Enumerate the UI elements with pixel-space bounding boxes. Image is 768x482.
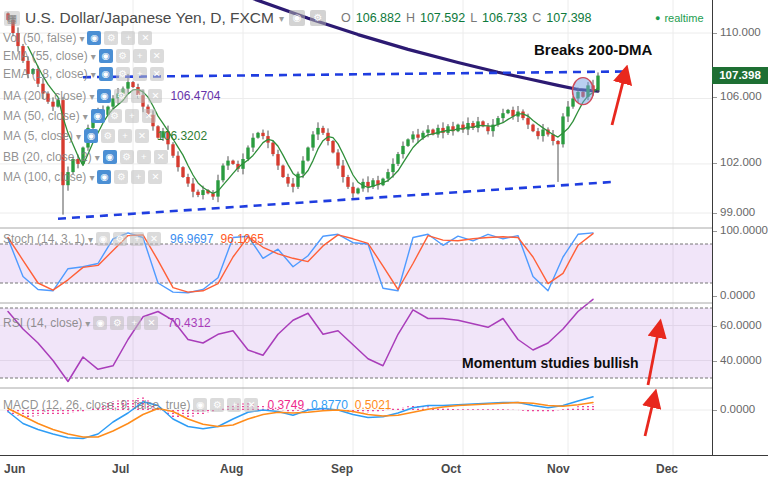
chevron-down-icon[interactable]: ▾ xyxy=(279,13,284,24)
price-tick-110: 110.000 xyxy=(720,26,761,38)
macd-signal-value: 0.5021 xyxy=(355,398,392,412)
rsi-value: 70.4312 xyxy=(167,316,210,330)
visibility-icon[interactable]: ◉ xyxy=(103,150,117,164)
plus-icon[interactable]: + xyxy=(118,129,132,143)
month-label-jun: Jun xyxy=(4,462,25,476)
realtime-label: realtime xyxy=(664,12,703,24)
close-icon[interactable]: ✕ xyxy=(154,150,168,164)
indicator-row-ma5: MA (5, close) ▾ ◉ ⚙ + ✕ 106.3202 xyxy=(3,128,207,144)
low-label: L xyxy=(470,11,477,25)
indicator-label[interactable]: RSI (14, close) xyxy=(3,316,82,330)
chevron-down-icon[interactable]: ▾ xyxy=(76,131,81,142)
gear-icon[interactable]: ⚙ xyxy=(210,398,224,412)
close-icon[interactable]: ✕ xyxy=(150,49,164,63)
plus-icon[interactable]: + xyxy=(131,170,145,184)
visibility-icon[interactable]: ◉ xyxy=(93,316,107,330)
visibility-icon[interactable]: ◉ xyxy=(96,232,110,246)
visibility-icon[interactable]: ◉ xyxy=(193,398,207,412)
chevron-down-icon[interactable]: ▾ xyxy=(88,234,93,245)
gear-icon[interactable]: ⚙ xyxy=(114,170,128,184)
indicator-label[interactable]: MA (5, close) xyxy=(3,129,73,143)
gear-icon[interactable]: ⚙ xyxy=(120,150,134,164)
indicator-label[interactable]: MA (50, close) xyxy=(3,109,80,123)
gear-icon[interactable]: ⚙ xyxy=(104,31,118,45)
plus-icon[interactable]: + xyxy=(137,150,151,164)
chart-header: ▦ U.S. Dollar/Japanese Yen, D, FXCM ▾ ◉ … xyxy=(4,9,592,27)
plus-icon[interactable]: + xyxy=(121,31,135,45)
indicator-label[interactable]: Stoch (14, 3, 1) xyxy=(3,232,85,246)
plus-icon[interactable]: + xyxy=(227,398,241,412)
close-icon[interactable]: ✕ xyxy=(144,316,158,330)
indicator-row-ma100: MA (100, close) ▾ ◉ ⚙ + ✕ xyxy=(3,169,162,185)
gear-icon[interactable]: ⚙ xyxy=(116,49,130,63)
visibility-icon[interactable]: ◉ xyxy=(99,49,113,63)
stoch-tick-100: 100.0000 xyxy=(720,224,768,236)
symbol-title[interactable]: U.S. Dollar/Japanese Yen, D, FXCM xyxy=(25,9,274,27)
gear-icon[interactable]: ⚙ xyxy=(310,10,326,26)
plus-icon[interactable]: + xyxy=(133,49,147,63)
plus-icon[interactable]: + xyxy=(133,67,147,81)
rsi-tick-40: 40.0000 xyxy=(720,354,762,366)
gear-icon[interactable]: ⚙ xyxy=(114,89,128,103)
indicator-label[interactable]: MACD (12, 26, close, 9, false, true) xyxy=(3,398,190,412)
close-icon[interactable]: ✕ xyxy=(148,89,162,103)
indicator-label[interactable]: EMA (55, close) xyxy=(3,49,88,63)
chevron-down-icon[interactable]: ▾ xyxy=(83,111,88,122)
realtime-dot-icon: ● xyxy=(655,13,660,23)
stoch-k-value: 96.9697 xyxy=(170,232,213,246)
indicator-row-bb: BB (20, close, 2) ▾ ◉ ⚙ + ✕ xyxy=(3,149,168,165)
visibility-icon[interactable]: ◉ xyxy=(97,89,111,103)
chevron-down-icon[interactable]: ▾ xyxy=(95,152,100,163)
close-icon[interactable]: ✕ xyxy=(244,398,258,412)
visibility-icon[interactable]: ◉ xyxy=(91,109,105,123)
ma5-value: 106.3202 xyxy=(157,129,207,143)
close-icon[interactable]: ✕ xyxy=(150,67,164,81)
chevron-down-icon[interactable]: ▾ xyxy=(89,91,94,102)
gear-icon[interactable]: ⚙ xyxy=(101,129,115,143)
close-icon[interactable]: ✕ xyxy=(135,129,149,143)
indicator-row-volume: Vol (50, false) ▾ ◉ ⚙ + ✕ xyxy=(3,30,152,46)
chart-icon: ▦ xyxy=(4,11,20,26)
close-value: 107.398 xyxy=(546,11,591,25)
trading-chart-window: { "icons": {"chart":"▦","caret":"▾","vis… xyxy=(0,0,768,482)
indicator-label[interactable]: BB (20, close, 2) xyxy=(3,150,92,164)
chevron-down-icon[interactable]: ▾ xyxy=(91,69,96,80)
month-label-jul: Jul xyxy=(112,462,129,476)
gear-icon[interactable]: ⚙ xyxy=(116,67,130,81)
visibility-icon[interactable]: ◉ xyxy=(84,129,98,143)
breakout-highlight xyxy=(573,78,594,105)
plus-icon[interactable]: + xyxy=(125,109,139,123)
rsi-tick-60: 60.0000 xyxy=(720,319,762,331)
indicator-label[interactable]: MA (100, close) xyxy=(3,170,86,184)
chevron-down-icon[interactable]: ▾ xyxy=(85,318,90,329)
chevron-down-icon[interactable]: ▾ xyxy=(89,172,94,183)
plus-icon[interactable]: + xyxy=(130,232,144,246)
plus-icon[interactable]: + xyxy=(127,316,141,330)
visibility-icon[interactable]: ◉ xyxy=(97,170,111,184)
indicator-label[interactable]: EMA (18, close) xyxy=(3,67,88,81)
visibility-icon[interactable]: ◉ xyxy=(99,67,113,81)
month-label-aug: Aug xyxy=(220,462,243,476)
gear-icon[interactable]: ⚙ xyxy=(110,316,124,330)
realtime-status: ● realtime xyxy=(655,12,704,24)
macd-hist-value: 0.3749 xyxy=(267,398,304,412)
open-label: O xyxy=(341,11,351,25)
indicator-label[interactable]: MA (200, close) xyxy=(3,89,86,103)
chevron-down-icon[interactable]: ▾ xyxy=(79,33,84,44)
annotation-breaks-200dma: Breaks 200-DMA xyxy=(534,41,652,58)
indicator-label[interactable]: Vol (50, false) xyxy=(3,31,76,45)
rsi-legend: RSI (14, close) ▾ ◉ ⚙ + ✕ 70.4312 xyxy=(3,315,211,331)
last-price-badge: 107.398 xyxy=(712,67,768,84)
gear-icon[interactable]: ⚙ xyxy=(108,109,122,123)
visibility-icon[interactable]: ◉ xyxy=(87,31,101,45)
chevron-down-icon[interactable]: ▾ xyxy=(91,51,96,62)
plus-icon[interactable]: + xyxy=(131,89,145,103)
time-axis[interactable]: Jun Jul Aug Sep Oct Nov Dec xyxy=(0,455,768,482)
close-icon[interactable]: ✕ xyxy=(147,232,161,246)
close-icon[interactable]: ✕ xyxy=(142,109,156,123)
close-icon[interactable]: ✕ xyxy=(148,170,162,184)
ma200-value: 106.4704 xyxy=(170,89,220,103)
visibility-icon[interactable]: ◉ xyxy=(289,10,305,26)
close-icon[interactable]: ✕ xyxy=(138,31,152,45)
gear-icon[interactable]: ⚙ xyxy=(113,232,127,246)
